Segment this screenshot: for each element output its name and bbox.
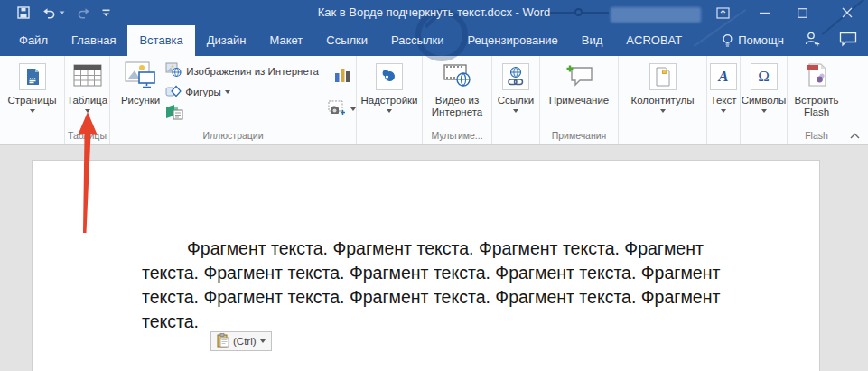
screenshot-button[interactable]	[328, 98, 356, 119]
symbols-group-label	[741, 129, 787, 144]
tab-insert[interactable]: Вставка	[127, 25, 194, 56]
lightbulb-icon	[722, 33, 733, 49]
embed-flash-label: Встроить Flash	[790, 95, 843, 118]
illustrations-small-buttons: Изображения из Интернета Фигуры	[165, 59, 319, 129]
comment-label: Примечание	[549, 95, 610, 107]
paste-options-caret-icon	[260, 339, 266, 343]
ribbon-group-pages: Страницы	[0, 56, 65, 144]
addins-button[interactable]: Надстройки	[358, 59, 420, 129]
header-footer-label: Колонтитулы	[631, 95, 695, 107]
text-button[interactable]: A Текст	[707, 59, 740, 129]
ribbon-group-illustrations: Рисунки Изображения из Интернета Фигуры	[110, 56, 357, 144]
text-group-label	[707, 129, 740, 144]
pictures-button[interactable]: Рисунки	[116, 59, 165, 129]
links-button[interactable]: Ссылки	[495, 59, 537, 129]
header-footer-caret-icon	[660, 109, 666, 113]
tab-view[interactable]: Вид	[570, 25, 615, 56]
header-footer-group-label	[619, 129, 706, 144]
close-button[interactable]	[834, 0, 861, 25]
paragraph-line: текста. Фрагмент текста. Фрагмент текста…	[142, 261, 738, 285]
screenshot-icon	[328, 100, 347, 117]
pictures-icon	[125, 61, 157, 93]
shapes-label: Фигуры	[185, 87, 221, 97]
embed-flash-icon	[804, 61, 829, 92]
symbols-button[interactable]: Ω Символы	[739, 59, 789, 129]
illustrations-right-column	[328, 59, 356, 129]
links-group-label	[492, 129, 539, 144]
tab-layout[interactable]: Макет	[257, 25, 314, 56]
ribbon-group-comments: Примечание Примечания	[540, 56, 619, 144]
comments-group-label: Примечания	[540, 129, 618, 144]
links-icon	[502, 63, 529, 90]
online-pictures-label: Изображения из Интернета	[186, 66, 319, 77]
annotation-arrow	[72, 107, 105, 237]
flash-group-label: Flash	[788, 129, 845, 144]
paragraph-line: текста.	[142, 310, 738, 334]
paragraph[interactable]: Фрагмент текста. Фрагмент текста. Фрагме…	[142, 237, 738, 334]
paragraph-line: Фрагмент текста. Фрагмент текста. Фрагме…	[142, 237, 738, 261]
online-video-icon	[443, 62, 471, 91]
links-caret-icon	[513, 109, 518, 113]
censored-account-name	[611, 7, 701, 23]
tab-home[interactable]: Главная	[60, 25, 127, 56]
tab-file[interactable]: Файл	[7, 25, 60, 56]
document-page[interactable]: Фрагмент текста. Фрагмент текста. Фрагме…	[32, 160, 820, 371]
undo-button[interactable]	[42, 6, 65, 20]
media-group-label: Мультиме...	[423, 129, 491, 144]
text-icon: A	[710, 63, 737, 90]
smartart-icon	[165, 104, 183, 122]
online-video-button[interactable]: Видео из Интернета	[424, 59, 490, 129]
header-footer-icon	[649, 63, 677, 90]
online-pictures-button[interactable]: Изображения из Интернета	[165, 60, 319, 81]
tab-tell-me[interactable]: Помощн	[710, 25, 796, 56]
pages-group-label	[0, 129, 64, 144]
undo-caret-icon	[59, 11, 65, 15]
ribbon-display-options-button[interactable]	[709, 0, 736, 25]
customize-qat-button[interactable]	[102, 9, 110, 17]
tab-acrobat[interactable]: ACROBAT	[614, 25, 694, 56]
tab-references[interactable]: Ссылки	[314, 25, 379, 56]
save-icon[interactable]	[16, 5, 31, 20]
pages-icon	[19, 63, 46, 90]
smartart-button[interactable]	[165, 102, 319, 123]
addins-caret-icon	[387, 109, 392, 113]
pages-button[interactable]: Страницы	[5, 59, 60, 129]
ribbon-group-links: Ссылки	[492, 56, 540, 144]
share-icon[interactable]	[804, 31, 821, 51]
ribbon-group-flash: Встроить Flash Flash	[788, 56, 845, 144]
document-area: Фрагмент текста. Фрагмент текста. Фрагме…	[0, 146, 868, 371]
pictures-label: Рисунки	[121, 95, 160, 107]
comment-button[interactable]: Примечание	[546, 59, 612, 129]
maximize-button[interactable]	[789, 0, 816, 25]
collapse-ribbon-button[interactable]	[849, 130, 861, 143]
chart-icon	[332, 65, 352, 87]
addins-group-label	[357, 129, 422, 144]
paste-options-button[interactable]: (Ctrl)	[210, 331, 272, 351]
quick-access-toolbar	[16, 0, 110, 25]
tab-mailings[interactable]: Рассылки	[379, 25, 455, 56]
addins-label: Надстройки	[360, 95, 417, 107]
redo-button[interactable]	[76, 6, 91, 20]
title-bar: Как в Ворде подчеркнуть текст.docx - Wor…	[0, 0, 868, 25]
text-label: Текст	[711, 95, 737, 107]
pages-label: Страницы	[8, 95, 57, 107]
table-icon	[73, 63, 102, 91]
tab-review[interactable]: Рецензирование	[455, 25, 569, 56]
header-footer-button[interactable]: Колонтитулы	[629, 59, 697, 129]
chart-button[interactable]	[332, 60, 352, 91]
links-label: Ссылки	[498, 95, 535, 107]
symbols-caret-icon	[761, 109, 767, 113]
shapes-button[interactable]: Фигуры	[165, 81, 319, 102]
paragraph-line: текста. Фрагмент текста. Фрагмент текста…	[142, 285, 738, 310]
tab-design[interactable]: Дизайн	[195, 25, 258, 56]
tab-tell-me-label: Помощн	[738, 25, 784, 56]
tab-row-right-icons	[804, 25, 868, 56]
comments-icon[interactable]	[839, 32, 857, 51]
illustrations-group-label: Иллюстрации	[110, 129, 356, 144]
minimize-button[interactable]	[751, 0, 778, 25]
symbols-label: Символы	[742, 95, 787, 107]
word-window: Как в Ворде подчеркнуть текст.docx - Wor…	[0, 0, 868, 371]
embed-flash-button[interactable]: Встроить Flash	[788, 59, 845, 129]
ribbon-group-addins: Надстройки	[357, 56, 423, 144]
ribbon-group-text: A Текст	[707, 56, 741, 144]
